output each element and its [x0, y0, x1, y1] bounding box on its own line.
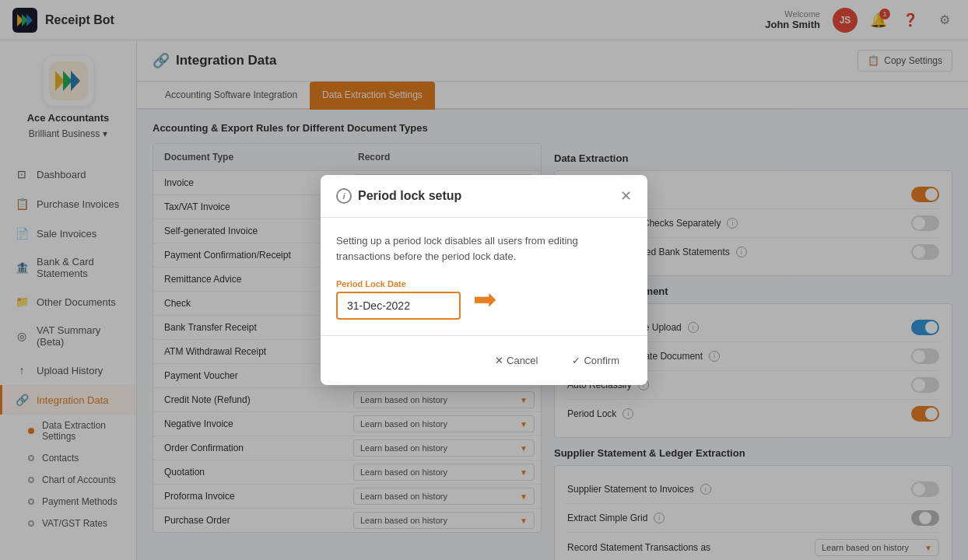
cancel-x-icon: ✕: [495, 355, 503, 366]
arrow-right-indicator: ➡: [473, 283, 496, 316]
modal-title: i Period lock setup: [336, 188, 461, 204]
modal-description: Setting up a period lock disables all us…: [336, 233, 632, 264]
modal-input-row: Period Lock Date ➡: [336, 279, 632, 320]
modal-body: Setting up a period lock disables all us…: [321, 218, 647, 335]
period-lock-modal: i Period lock setup ✕ Setting up a perio…: [321, 175, 647, 385]
cancel-button[interactable]: ✕ Cancel: [482, 348, 550, 373]
date-input-label: Period Lock Date: [336, 279, 461, 289]
confirm-button[interactable]: ✓ Confirm: [559, 348, 632, 373]
modal-header: i Period lock setup ✕: [321, 175, 647, 218]
modal-footer: ✕ Cancel ✓ Confirm: [321, 335, 647, 385]
modal-close-button[interactable]: ✕: [620, 187, 632, 205]
modal-overlay: i Period lock setup ✕ Setting up a perio…: [0, 0, 968, 560]
app-container: Receipt Bot Welcome John Smith JS 🔔 1 ❓ …: [0, 0, 968, 560]
date-input-wrapper: Period Lock Date: [336, 279, 461, 320]
confirm-check-icon: ✓: [572, 355, 580, 366]
info-circle-icon: i: [336, 188, 352, 204]
period-lock-date-input[interactable]: [336, 292, 461, 320]
